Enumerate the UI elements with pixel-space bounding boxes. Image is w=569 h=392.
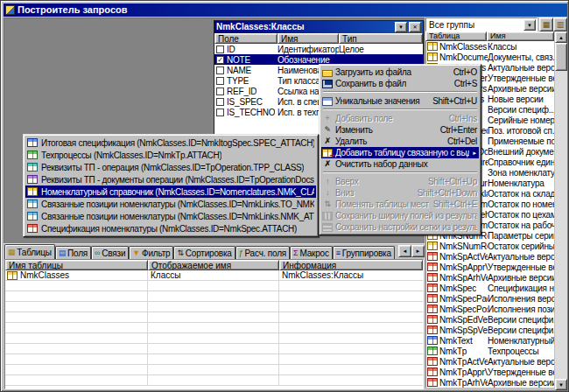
menu-item-swap-tables[interactable]: Поменять таблицы местамиShift+Ctrl+E (321, 199, 479, 210)
menu-item-save-grid-settings[interactable]: Сохранить настройки сетки из результатов (321, 221, 479, 233)
menu-shortcut: Ctrl+Del (447, 136, 477, 146)
table-grid-row[interactable]: NmkClassesКлассыNmkClasses:Классы (5, 270, 423, 281)
column-header-field-type[interactable]: Тип (339, 33, 423, 44)
field-row[interactable]: IDИдентификаторЦелое (214, 44, 423, 54)
related-table-item[interactable]: Связанные позиции номенклатуры (NmkClass… (25, 198, 316, 210)
field-checkbox[interactable] (216, 66, 224, 74)
scroll-thumb[interactable] (555, 43, 567, 71)
table-list-item[interactable]: NmkTextНоменклатурный... (426, 335, 554, 346)
menu-item-label: Сохранить в файл (335, 79, 450, 88)
field-checkbox[interactable] (216, 108, 224, 116)
menu-item-label: Загрузить из файла (335, 67, 449, 77)
column-header-field-name[interactable]: Имя (277, 33, 339, 44)
tab-tables[interactable]: ▦Таблицы (4, 244, 55, 259)
menu-shortcut: Ctrl+Enter (440, 125, 477, 135)
table-list-item[interactable]: NmkSpEdVersВерсии специфи... (426, 314, 554, 325)
tab-sort[interactable]: ⇅Сортировка (173, 246, 235, 259)
tab-links[interactable]: ∞Связи (91, 246, 129, 259)
table-list-item[interactable]: NmkTpApprVersУтвержденные ве... (426, 367, 554, 377)
fields-window-titlebar[interactable]: NmkClasses:Классы ▼ ✕ (214, 21, 423, 33)
menu-item-add-related-table[interactable]: Добавить таблицу связанную с выделенной.… (321, 147, 479, 158)
field-cell: IS_SPEC (214, 97, 277, 107)
edit-icon (322, 125, 333, 135)
related-table-item[interactable]: Техпроцессы (NmkClasses.ID=NmkTp.ATTACH) (25, 149, 316, 161)
close-icon[interactable]: ✕ (409, 22, 421, 32)
table-caption: Справочник едини... (488, 158, 554, 167)
menu-item-move-up[interactable]: ВверхShift+Ctrl+Up (321, 176, 479, 187)
table-cell: NmkSpec (426, 284, 488, 293)
field-checkbox[interactable] (216, 88, 224, 95)
table-grid-empty-row (5, 291, 423, 302)
related-table-item[interactable]: Связанные позиции номенклатуры (NmkClass… (25, 210, 316, 222)
scroll-down-icon[interactable]: ▼ (555, 379, 567, 390)
table-cell: NmkSpecPacka... (426, 294, 488, 304)
column-header-name[interactable]: Имя (487, 32, 554, 41)
tables-scrollbar[interactable]: ▲ ▼ (555, 32, 567, 390)
field-id: TYPE (227, 76, 249, 86)
menu-item-delete[interactable]: УдалитьCtrl+Del (321, 136, 479, 147)
tab-group[interactable]: ≡Группировка (333, 246, 395, 259)
filter-tab-icon: ▼ (132, 249, 140, 257)
sort-tab-icon: ⇅ (177, 249, 183, 257)
combo-dropdown-icon[interactable]: ▼ (523, 19, 536, 31)
related-table-item[interactable]: Номенклатурный справочник (NmkClasses.ID… (25, 186, 316, 198)
menu-item-edit[interactable]: ИзменитьCtrl+Enter (321, 124, 479, 136)
tab-macro[interactable]: ΣМакрос (290, 246, 333, 259)
field-checkbox[interactable] (216, 46, 224, 53)
tab-filter[interactable]: ▼Фильтр (129, 246, 173, 259)
table-list-item[interactable]: NmkSpecPosPa...Исполнения пози... (426, 304, 554, 314)
window-menu-icon[interactable]: ▼ (395, 22, 407, 32)
table-list-item[interactable]: NmkDocumentsДокументы, связ... (426, 52, 554, 62)
table-list-item[interactable]: NmkSNumRestB...Остаток серийные... (426, 241, 554, 251)
table-list-item[interactable]: NmkClassesКлассы (426, 41, 554, 52)
swap-tables-icon (322, 200, 333, 209)
column-header-display-name[interactable]: Отображаемое имя (148, 260, 279, 270)
tab-fields[interactable]: ▤Поля (55, 246, 91, 259)
table-list-item[interactable]: NmkSpArhVersАрхивные версии (426, 272, 554, 283)
toolbar-list-button[interactable]: ▥ (553, 18, 567, 32)
table-grid-empty-row (5, 365, 423, 375)
column-header-table-name[interactable]: Имя таблицы (5, 260, 148, 270)
field-checkbox[interactable] (216, 77, 224, 85)
group-filter-combobox[interactable]: Все группы ▼ (425, 18, 537, 32)
table-list-item[interactable]: NmkSpApprVersУтвержденные ве... (426, 262, 554, 272)
field-checkbox[interactable] (216, 98, 224, 106)
menu-item-unique-values[interactable]: Уникальные значенияShift+Ctrl+U (321, 95, 479, 107)
menu-item-save-column-widths[interactable]: Сохранить ширину полей из результатов (321, 210, 479, 221)
menu-item-add-field[interactable]: Добавить полеCtrl+Ins (321, 113, 479, 124)
column-header-info[interactable]: Информация (279, 260, 423, 270)
table-icon (27, 200, 38, 208)
menu-item-clear-dataset[interactable]: Очистить набор данных (321, 158, 479, 170)
toolbar-grid-button[interactable]: ▦ (539, 18, 553, 32)
related-table-item[interactable]: Итоговая спецификация (NmkClasses.ID=Nmk… (25, 136, 316, 149)
related-table-item[interactable]: Реквизиты ТП - операция (NmkClasses.ID=T… (25, 161, 316, 173)
table-icon (427, 273, 438, 282)
table-grid-empty-row (5, 333, 423, 344)
menu-item-load-from-file[interactable]: Загрузить из файлаCtrl+O (321, 66, 479, 78)
menu-item-label: Вниз (335, 188, 413, 198)
window-titlebar[interactable]: Построитель запросов (4, 4, 567, 17)
table-list-item[interactable]: NmkSpecСпецификация но... (426, 283, 554, 293)
column-header-table[interactable]: Таблица (425, 32, 487, 41)
field-checkbox[interactable]: ✓ (216, 56, 224, 64)
table-list-item[interactable]: NmkTpArhVersАрхивные версии (426, 377, 554, 388)
menu-item-move-down[interactable]: ВнизShift+Ctrl+Down (321, 187, 479, 199)
table-caption: Параметры серийн... (488, 231, 554, 241)
table-list-item[interactable]: NmkSpSpVersВерсии специфи... (426, 325, 554, 335)
table-name: NmkSNumRestB... (439, 242, 488, 251)
related-table-item[interactable]: Спецификация номенклатуры (NmkClasses.ID… (25, 222, 316, 234)
tab-prev-icon[interactable]: ◄ (398, 245, 411, 257)
tab-next-icon[interactable]: ► (411, 245, 425, 257)
table-list-item[interactable]: NmkTpТехпроцессы (426, 346, 554, 356)
scroll-up-icon[interactable]: ▲ (555, 32, 567, 43)
table-list-item[interactable]: NmkTpActVersАктуальные версии (426, 356, 554, 367)
menu-item-save-to-file[interactable]: Сохранить в файлCtrl+S (321, 78, 479, 89)
unique-values-icon (322, 97, 333, 106)
grid-table-name: NmkClasses (20, 270, 69, 280)
table-list-item[interactable]: NmkSpActVersАктуальные версии (426, 251, 554, 262)
table-list-item[interactable]: NmkSpecPacka...Исполнения верс... (426, 293, 554, 304)
table-icon (427, 42, 438, 51)
column-header-field[interactable]: Поле (214, 33, 277, 44)
related-table-item[interactable]: Реквизиты ТП - документы операции (NmkCl… (25, 173, 316, 186)
tab-calc[interactable]: ƒРасч. поля (235, 246, 290, 259)
